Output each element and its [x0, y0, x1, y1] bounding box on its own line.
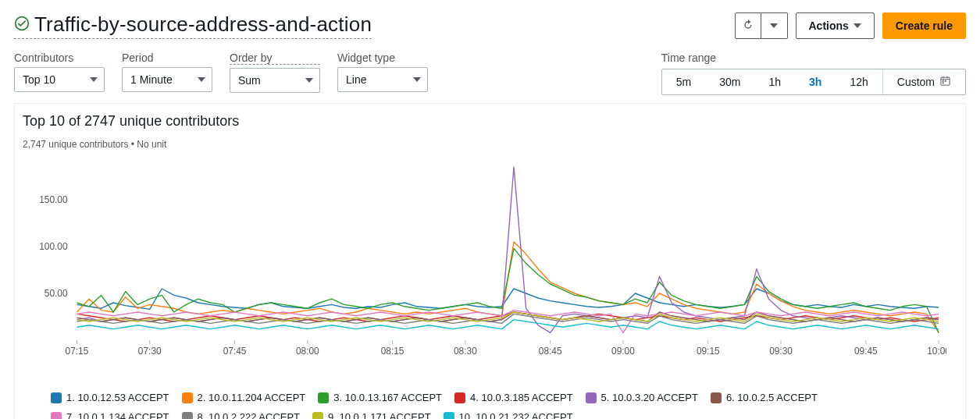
- chart-legend: 1. 10.0.12.53 ACCEPT2. 10.0.11.204 ACCEP…: [15, 387, 965, 419]
- contributors-field: Contributors Top 10: [14, 51, 105, 92]
- svg-text:07:45: 07:45: [223, 346, 247, 357]
- legend-swatch: [444, 412, 454, 420]
- legend-item[interactable]: 3. 10.0.13.167 ACCEPT: [318, 392, 442, 403]
- svg-rect-5: [943, 80, 944, 82]
- legend-label: 3. 10.0.13.167 ACCEPT: [333, 392, 442, 403]
- chart-card: Top 10 of 2747 unique contributors 2,747…: [14, 103, 966, 419]
- legend-swatch: [51, 412, 62, 420]
- legend-swatch: [454, 392, 465, 403]
- create-rule-button[interactable]: Create rule: [882, 12, 966, 39]
- legend-item[interactable]: 1. 10.0.12.53 ACCEPT: [51, 392, 169, 403]
- orderby-field: Order by Sum: [230, 51, 320, 93]
- seg-label: 12h: [850, 76, 868, 88]
- legend-item[interactable]: 10. 10.0.21.232 ACCEPT: [444, 411, 573, 419]
- legend-swatch: [51, 392, 62, 403]
- period-label: Period: [122, 51, 212, 64]
- period-value: 1 Minute: [130, 73, 173, 86]
- legend-swatch: [318, 392, 329, 403]
- chart-subtitle: 2,747 unique contributors • No unit: [15, 139, 965, 153]
- caret-down-icon: [90, 77, 98, 82]
- legend-label: 6. 10.0.2.5 ACCEPT: [726, 392, 818, 403]
- seg-label: 30m: [719, 76, 740, 88]
- svg-text:09:30: 09:30: [769, 346, 793, 357]
- seg-label: 5m: [676, 76, 691, 88]
- svg-text:09:15: 09:15: [697, 346, 720, 357]
- orderby-label: Order by: [230, 51, 320, 65]
- caret-down-icon: [853, 23, 861, 28]
- legend-label: 2. 10.0.11.204 ACCEPT: [198, 392, 306, 403]
- legend-label: 8. 10.0.2.222 ACCEPT: [198, 411, 301, 419]
- svg-text:09:45: 09:45: [854, 346, 878, 357]
- actions-button[interactable]: Actions: [796, 12, 875, 39]
- svg-text:08:15: 08:15: [381, 346, 404, 357]
- svg-text:100.00: 100.00: [39, 241, 68, 252]
- legend-item[interactable]: 2. 10.0.11.204 ACCEPT: [182, 392, 306, 403]
- contributors-select[interactable]: Top 10: [14, 67, 105, 92]
- svg-rect-6: [945, 80, 946, 82]
- legend-item[interactable]: 8. 10.0.2.222 ACCEPT: [182, 411, 301, 419]
- seg-label: Custom: [897, 76, 935, 88]
- refresh-button[interactable]: [735, 12, 761, 39]
- legend-label: 10. 10.0.21.232 ACCEPT: [459, 411, 573, 419]
- seg-label: 3h: [809, 76, 821, 88]
- svg-text:08:00: 08:00: [296, 346, 319, 357]
- caret-down-icon: [770, 23, 778, 28]
- svg-text:09:00: 09:00: [611, 346, 635, 357]
- svg-text:50.00: 50.00: [45, 288, 68, 299]
- legend-label: 7. 10.0.1.134 ACCEPT: [66, 411, 169, 419]
- svg-rect-7: [943, 82, 944, 83]
- period-select[interactable]: 1 Minute: [122, 67, 212, 92]
- calendar-icon: [939, 75, 951, 89]
- timerange-12h[interactable]: 12h: [836, 69, 882, 94]
- page-title-wrap: Traffic-by-source-address-and-action: [14, 12, 372, 39]
- legend-swatch: [312, 412, 323, 420]
- svg-point-0: [16, 17, 29, 30]
- legend-label: 4. 10.0.3.185 ACCEPT: [470, 392, 573, 403]
- refresh-menu-button[interactable]: [761, 12, 788, 39]
- legend-swatch: [711, 392, 722, 403]
- svg-text:08:45: 08:45: [539, 346, 562, 357]
- refresh-icon: [742, 19, 754, 34]
- widget-field: Widget type Line: [337, 51, 428, 92]
- orderby-value: Sum: [238, 74, 261, 87]
- svg-text:07:30: 07:30: [138, 346, 162, 357]
- timerange-3h[interactable]: 3h: [795, 69, 836, 94]
- create-rule-label: Create rule: [896, 20, 953, 32]
- line-chart[interactable]: 50.00100.00150.0007:1507:3007:4508:0008:…: [34, 156, 946, 359]
- legend-swatch: [182, 412, 193, 420]
- legend-item[interactable]: 7. 10.0.1.134 ACCEPT: [51, 411, 169, 419]
- caret-down-icon: [198, 77, 205, 82]
- legend-label: 9. 10.0.1.171 ACCEPT: [328, 411, 431, 419]
- timerange-custom[interactable]: Custom: [883, 69, 965, 94]
- legend-item[interactable]: 6. 10.0.2.5 ACCEPT: [711, 392, 818, 403]
- widget-select[interactable]: Line: [337, 67, 428, 92]
- legend-label: 5. 10.0.3.20 ACCEPT: [601, 392, 698, 403]
- status-ok-icon: [14, 16, 30, 34]
- legend-item[interactable]: 5. 10.0.3.20 ACCEPT: [586, 392, 698, 403]
- legend-item[interactable]: 4. 10.0.3.185 ACCEPT: [454, 392, 573, 403]
- widget-label: Widget type: [337, 51, 428, 64]
- caret-down-icon: [305, 78, 313, 83]
- timerange-5m[interactable]: 5m: [662, 69, 705, 94]
- chart-title: Top 10 of 2747 unique contributors: [15, 108, 965, 139]
- caret-down-icon: [413, 77, 421, 82]
- timerange-1h[interactable]: 1h: [754, 69, 795, 94]
- timerange-segmented: 5m 30m 1h 3h 12h Custom: [661, 69, 966, 95]
- period-field: Period 1 Minute: [122, 51, 212, 92]
- legend-label: 1. 10.0.12.53 ACCEPT: [66, 392, 169, 403]
- svg-text:10:00: 10:00: [927, 346, 946, 357]
- svg-text:07:15: 07:15: [66, 346, 89, 357]
- contributors-label: Contributors: [14, 51, 105, 64]
- svg-text:08:30: 08:30: [454, 346, 477, 357]
- legend-item[interactable]: 9. 10.0.1.171 ACCEPT: [312, 411, 431, 419]
- page-title: Traffic-by-source-address-and-action: [34, 12, 372, 37]
- timerange-30m[interactable]: 30m: [705, 69, 754, 94]
- legend-swatch: [182, 392, 193, 403]
- actions-label: Actions: [809, 20, 849, 32]
- widget-value: Line: [346, 73, 366, 86]
- svg-text:150.00: 150.00: [39, 194, 68, 205]
- timerange-label: Time range: [661, 51, 966, 64]
- orderby-select[interactable]: Sum: [230, 68, 320, 93]
- legend-swatch: [586, 392, 597, 403]
- contributors-value: Top 10: [23, 73, 55, 86]
